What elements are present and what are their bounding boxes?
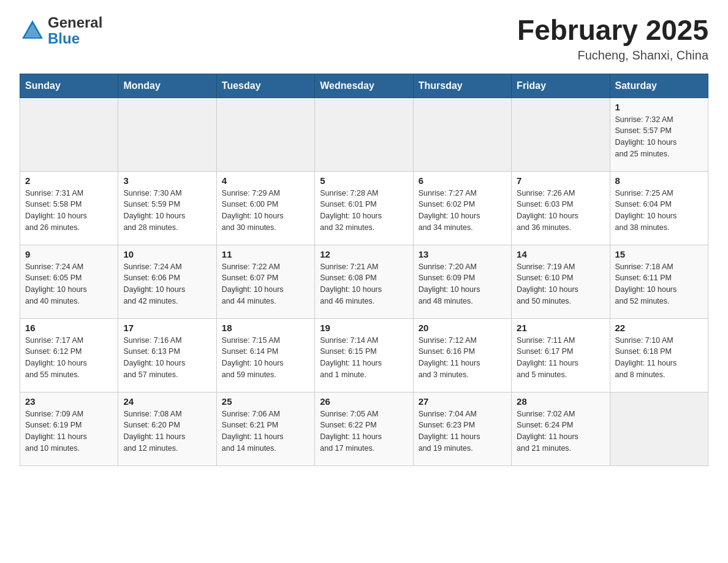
calendar-cell: 7Sunrise: 7:26 AM Sunset: 6:03 PM Daylig… bbox=[512, 171, 610, 245]
day-info: Sunrise: 7:05 AM Sunset: 6:22 PM Dayligh… bbox=[320, 408, 408, 454]
col-saturday: Saturday bbox=[610, 74, 708, 98]
day-info: Sunrise: 7:02 AM Sunset: 6:24 PM Dayligh… bbox=[517, 408, 604, 454]
day-number: 19 bbox=[320, 323, 408, 333]
logo-icon bbox=[20, 18, 45, 44]
day-number: 3 bbox=[123, 175, 211, 186]
day-number: 24 bbox=[123, 396, 211, 407]
header: General Blue February 2025 Fucheng, Shan… bbox=[20, 15, 708, 63]
day-number: 18 bbox=[222, 323, 309, 333]
col-friday: Friday bbox=[512, 74, 610, 98]
day-info: Sunrise: 7:28 AM Sunset: 6:01 PM Dayligh… bbox=[320, 188, 408, 234]
day-info: Sunrise: 7:29 AM Sunset: 6:00 PM Dayligh… bbox=[222, 188, 309, 234]
day-info: Sunrise: 7:08 AM Sunset: 6:20 PM Dayligh… bbox=[123, 408, 211, 454]
col-sunday: Sunday bbox=[20, 74, 118, 98]
calendar-cell bbox=[20, 98, 118, 171]
calendar-cell bbox=[118, 98, 216, 171]
day-info: Sunrise: 7:18 AM Sunset: 6:11 PM Dayligh… bbox=[615, 261, 703, 307]
calendar-cell: 3Sunrise: 7:30 AM Sunset: 5:59 PM Daylig… bbox=[118, 171, 216, 245]
calendar-cell: 25Sunrise: 7:06 AM Sunset: 6:21 PM Dayli… bbox=[216, 392, 314, 465]
calendar-cell: 6Sunrise: 7:27 AM Sunset: 6:02 PM Daylig… bbox=[413, 171, 511, 245]
day-number: 7 bbox=[517, 175, 604, 186]
calendar-cell: 12Sunrise: 7:21 AM Sunset: 6:08 PM Dayli… bbox=[315, 245, 413, 318]
day-number: 2 bbox=[25, 175, 113, 186]
day-number: 12 bbox=[320, 249, 408, 259]
day-number: 15 bbox=[615, 249, 703, 259]
day-info: Sunrise: 7:04 AM Sunset: 6:23 PM Dayligh… bbox=[419, 408, 506, 454]
calendar-cell bbox=[315, 98, 413, 171]
col-wednesday: Wednesday bbox=[315, 74, 413, 98]
day-number: 22 bbox=[615, 323, 703, 333]
day-info: Sunrise: 7:19 AM Sunset: 6:10 PM Dayligh… bbox=[517, 261, 604, 307]
calendar-cell bbox=[216, 98, 314, 171]
calendar-cell: 10Sunrise: 7:24 AM Sunset: 6:06 PM Dayli… bbox=[118, 245, 216, 318]
calendar-week-5: 23Sunrise: 7:09 AM Sunset: 6:19 PM Dayli… bbox=[20, 392, 708, 465]
calendar-cell: 13Sunrise: 7:20 AM Sunset: 6:09 PM Dayli… bbox=[413, 245, 511, 318]
day-number: 14 bbox=[517, 249, 604, 259]
day-info: Sunrise: 7:17 AM Sunset: 6:12 PM Dayligh… bbox=[25, 335, 113, 381]
day-info: Sunrise: 7:15 AM Sunset: 6:14 PM Dayligh… bbox=[222, 335, 309, 381]
day-info: Sunrise: 7:26 AM Sunset: 6:03 PM Dayligh… bbox=[517, 188, 604, 234]
calendar-cell: 2Sunrise: 7:31 AM Sunset: 5:58 PM Daylig… bbox=[20, 171, 118, 245]
calendar-cell: 14Sunrise: 7:19 AM Sunset: 6:10 PM Dayli… bbox=[512, 245, 610, 318]
day-number: 4 bbox=[222, 175, 309, 186]
calendar-cell: 28Sunrise: 7:02 AM Sunset: 6:24 PM Dayli… bbox=[512, 392, 610, 465]
calendar-week-1: 1Sunrise: 7:32 AM Sunset: 5:57 PM Daylig… bbox=[20, 98, 708, 171]
day-number: 21 bbox=[517, 323, 604, 333]
calendar-cell: 20Sunrise: 7:12 AM Sunset: 6:16 PM Dayli… bbox=[413, 318, 511, 392]
calendar-cell: 8Sunrise: 7:25 AM Sunset: 6:04 PM Daylig… bbox=[610, 171, 708, 245]
day-number: 26 bbox=[320, 396, 408, 407]
location: Fucheng, Shanxi, China bbox=[517, 48, 708, 63]
calendar-cell: 16Sunrise: 7:17 AM Sunset: 6:12 PM Dayli… bbox=[20, 318, 118, 392]
day-info: Sunrise: 7:10 AM Sunset: 6:18 PM Dayligh… bbox=[615, 335, 703, 381]
day-number: 27 bbox=[419, 396, 506, 407]
logo-general-text: General bbox=[48, 15, 102, 31]
calendar-cell: 23Sunrise: 7:09 AM Sunset: 6:19 PM Dayli… bbox=[20, 392, 118, 465]
day-info: Sunrise: 7:14 AM Sunset: 6:15 PM Dayligh… bbox=[320, 335, 408, 381]
day-info: Sunrise: 7:22 AM Sunset: 6:07 PM Dayligh… bbox=[222, 261, 309, 307]
calendar-cell: 17Sunrise: 7:16 AM Sunset: 6:13 PM Dayli… bbox=[118, 318, 216, 392]
day-info: Sunrise: 7:31 AM Sunset: 5:58 PM Dayligh… bbox=[25, 188, 113, 234]
calendar-cell bbox=[413, 98, 511, 171]
day-number: 8 bbox=[615, 175, 703, 186]
calendar-cell: 11Sunrise: 7:22 AM Sunset: 6:07 PM Dayli… bbox=[216, 245, 314, 318]
day-number: 17 bbox=[123, 323, 211, 333]
day-info: Sunrise: 7:20 AM Sunset: 6:09 PM Dayligh… bbox=[419, 261, 506, 307]
calendar-cell: 4Sunrise: 7:29 AM Sunset: 6:00 PM Daylig… bbox=[216, 171, 314, 245]
day-info: Sunrise: 7:27 AM Sunset: 6:02 PM Dayligh… bbox=[419, 188, 506, 234]
calendar-header-row: Sunday Monday Tuesday Wednesday Thursday… bbox=[20, 74, 708, 98]
day-number: 20 bbox=[419, 323, 506, 333]
calendar-week-4: 16Sunrise: 7:17 AM Sunset: 6:12 PM Dayli… bbox=[20, 318, 708, 392]
day-info: Sunrise: 7:21 AM Sunset: 6:08 PM Dayligh… bbox=[320, 261, 408, 307]
logo-area: General Blue bbox=[20, 15, 102, 47]
day-number: 9 bbox=[25, 249, 113, 259]
day-number: 13 bbox=[419, 249, 506, 259]
calendar-cell: 26Sunrise: 7:05 AM Sunset: 6:22 PM Dayli… bbox=[315, 392, 413, 465]
day-info: Sunrise: 7:24 AM Sunset: 6:06 PM Dayligh… bbox=[123, 261, 211, 307]
day-info: Sunrise: 7:09 AM Sunset: 6:19 PM Dayligh… bbox=[25, 408, 113, 454]
calendar-cell bbox=[512, 98, 610, 171]
title-area: February 2025 Fucheng, Shanxi, China bbox=[517, 15, 708, 63]
calendar-cell: 15Sunrise: 7:18 AM Sunset: 6:11 PM Dayli… bbox=[610, 245, 708, 318]
calendar-cell: 18Sunrise: 7:15 AM Sunset: 6:14 PM Dayli… bbox=[216, 318, 314, 392]
calendar-cell: 9Sunrise: 7:24 AM Sunset: 6:05 PM Daylig… bbox=[20, 245, 118, 318]
calendar-table: Sunday Monday Tuesday Wednesday Thursday… bbox=[20, 74, 708, 466]
day-number: 1 bbox=[615, 102, 703, 112]
day-number: 5 bbox=[320, 175, 408, 186]
day-info: Sunrise: 7:11 AM Sunset: 6:17 PM Dayligh… bbox=[517, 335, 604, 381]
month-title: February 2025 bbox=[517, 15, 708, 46]
day-number: 23 bbox=[25, 396, 113, 407]
day-number: 6 bbox=[419, 175, 506, 186]
day-info: Sunrise: 7:12 AM Sunset: 6:16 PM Dayligh… bbox=[419, 335, 506, 381]
day-info: Sunrise: 7:24 AM Sunset: 6:05 PM Dayligh… bbox=[25, 261, 113, 307]
day-number: 28 bbox=[517, 396, 604, 407]
calendar-cell bbox=[610, 392, 708, 465]
day-info: Sunrise: 7:30 AM Sunset: 5:59 PM Dayligh… bbox=[123, 188, 211, 234]
day-number: 16 bbox=[25, 323, 113, 333]
day-info: Sunrise: 7:16 AM Sunset: 6:13 PM Dayligh… bbox=[123, 335, 211, 381]
col-tuesday: Tuesday bbox=[216, 74, 314, 98]
logo-blue-text: Blue bbox=[48, 31, 102, 47]
calendar-week-2: 2Sunrise: 7:31 AM Sunset: 5:58 PM Daylig… bbox=[20, 171, 708, 245]
calendar-cell: 27Sunrise: 7:04 AM Sunset: 6:23 PM Dayli… bbox=[413, 392, 511, 465]
logo: General Blue bbox=[20, 15, 102, 47]
calendar-cell: 1Sunrise: 7:32 AM Sunset: 5:57 PM Daylig… bbox=[610, 98, 708, 171]
